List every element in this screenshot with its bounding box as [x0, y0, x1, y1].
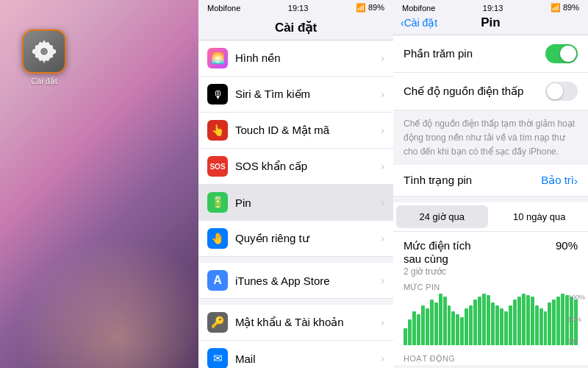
- battery-note-text: Chế độ nguồn điện thấp tạm thời giảm hoạ…: [404, 118, 575, 157]
- chart-y-labels: 100% 50% 0%: [568, 294, 585, 345]
- settings-panel: Mobifone 19:13 📶 89% Cài đặt 🌅 Hình nền …: [198, 0, 393, 368]
- tab-24gio[interactable]: 24 giờ qua: [396, 205, 488, 228]
- chart-bar: [434, 302, 438, 345]
- hinh-nen-label: Hình nền: [235, 52, 381, 65]
- itunes-icon: A: [207, 270, 228, 291]
- settings-item-pin[interactable]: 🔋 Pin ›: [198, 185, 393, 221]
- battery-note-row: Chế độ nguồn điện thấp tạm thời giảm hoạ…: [393, 110, 588, 165]
- settings-item-sos[interactable]: SOS SOS khẩn cấp ›: [198, 149, 393, 185]
- muc-dien-percent: 90%: [556, 239, 578, 252]
- settings-panel-header: Cài đặt: [198, 13, 393, 40]
- chart-bar: [531, 297, 534, 345]
- chart-bar: [500, 308, 503, 346]
- settings-item-touch-id[interactable]: 👆 Touch ID & Mật mã ›: [198, 113, 393, 149]
- settings-app[interactable]: Cài đặt: [15, 29, 74, 86]
- sos-label: SOS khẩn cấp: [235, 160, 381, 173]
- chart-bar: [465, 308, 468, 346]
- mail-chevron: ›: [381, 353, 384, 364]
- chart-bar: [473, 300, 477, 345]
- chart-bar: [456, 314, 459, 346]
- settings-item-itunes[interactable]: A iTunes & App Store ›: [198, 263, 393, 299]
- hinh-nen-chevron: ›: [381, 52, 384, 64]
- time-right: 19:13: [483, 4, 503, 13]
- chart-bar: [513, 300, 517, 345]
- chart-bar: [535, 305, 539, 345]
- quyen-rieng-icon: 🤚: [207, 228, 228, 249]
- mail-label: Mail: [235, 353, 381, 365]
- settings-item-mat-khau[interactable]: 🔑 Mật khẩu & Tài khoản ›: [198, 305, 393, 341]
- mat-khau-icon: 🔑: [207, 312, 228, 333]
- chart-bar: [439, 294, 442, 345]
- chart-bar: [482, 294, 486, 345]
- chart-bar: [478, 297, 481, 345]
- chart-bar: [421, 305, 425, 345]
- settings-item-mail[interactable]: ✉ Mail ›: [198, 341, 393, 368]
- chart-bar: [556, 297, 560, 345]
- quyen-rieng-chevron: ›: [381, 233, 384, 244]
- chart-bar: [408, 319, 412, 345]
- hinh-nen-icon: 🌅: [207, 48, 228, 68]
- tinh-trang-pin-row[interactable]: Tình trạng pin Bảo trì ›: [393, 165, 588, 197]
- carrier-middle: Mobifone: [207, 4, 240, 13]
- settings-list: 🌅 Hình nền › 🎙 Siri & Tìm kiếm › 👆 Touch…: [198, 40, 393, 368]
- phan-tram-pin-toggle[interactable]: [545, 44, 578, 63]
- chart-bar: [491, 302, 495, 345]
- home-screen: Cài đặt: [0, 0, 198, 368]
- chart-bar: [495, 305, 499, 345]
- che-do-nguon-row: Chế độ nguồn điện thấp: [393, 73, 588, 110]
- phan-tram-pin-row: Phần trăm pin: [393, 35, 588, 73]
- battery-middle: 📶 89%: [356, 3, 384, 13]
- section-gap-2: [198, 299, 393, 305]
- status-bar-middle: Mobifone 19:13 📶 89%: [198, 0, 393, 13]
- chart-bar: [426, 308, 429, 346]
- mail-icon: ✉: [207, 348, 228, 368]
- chart-bar: [561, 294, 564, 345]
- quyen-rieng-label: Quyền riêng tư: [235, 232, 381, 245]
- che-do-nguon-toggle[interactable]: [545, 82, 578, 101]
- phan-tram-pin-label: Phần trăm pin: [404, 47, 473, 60]
- status-bar-right: Mobifone 19:13 📶 89%: [393, 0, 588, 13]
- chart-bar: [522, 294, 526, 345]
- chart-bar: [552, 300, 556, 345]
- pin-chevron: ›: [381, 197, 384, 208]
- chart-bar: [460, 317, 464, 346]
- svg-point-1: [40, 48, 48, 55]
- settings-item-hinh-nen[interactable]: 🌅 Hình nền ›: [198, 40, 393, 77]
- chart-bar: [544, 311, 548, 346]
- battery-chart: 100% 50% 0%: [393, 294, 588, 353]
- muc-pin-label: MỨC PIN: [393, 280, 588, 294]
- settings-panel-title: Cài đặt: [275, 21, 317, 35]
- itunes-label: iTunes & App Store: [235, 275, 381, 287]
- chart-bar: [517, 297, 521, 345]
- chart-bar: [509, 305, 512, 345]
- tab-10ngay[interactable]: 10 ngày qua: [494, 205, 586, 228]
- pin-icon: 🔋: [207, 192, 228, 213]
- chart-bar: [539, 308, 543, 346]
- muc-dien-row: Mức điện tíchsau cùng 90% 2 giờ trước: [393, 232, 588, 280]
- back-button[interactable]: ‹ Cài đặt: [401, 17, 437, 29]
- touch-id-label: Touch ID & Mật mã: [235, 124, 381, 137]
- chart-bar: [448, 305, 451, 345]
- pin-label: Pin: [235, 197, 381, 209]
- chart-bars: [404, 294, 578, 345]
- chart-bar: [451, 311, 455, 346]
- chart-bar: [548, 302, 551, 345]
- muc-dien-sub: 2 giờ trước: [404, 266, 578, 277]
- chart-bar: [526, 295, 530, 345]
- settings-item-quyen-rieng[interactable]: 🤚 Quyền riêng tư ›: [198, 221, 393, 257]
- chart-bar: [430, 300, 434, 345]
- siri-icon: 🎙: [207, 84, 228, 105]
- sos-chevron: ›: [381, 160, 384, 172]
- itunes-chevron: ›: [381, 275, 384, 286]
- tinh-trang-pin-label: Tình trạng pin: [404, 174, 472, 187]
- settings-item-siri[interactable]: 🎙 Siri & Tìm kiếm ›: [198, 77, 393, 113]
- muc-dien-title: Mức điện tíchsau cùng: [404, 239, 471, 265]
- chart-bar: [417, 314, 420, 346]
- bao-tri-link[interactable]: Bảo trì ›: [541, 174, 578, 187]
- settings-icon: [22, 29, 66, 74]
- bao-tri-chevron: ›: [574, 174, 578, 187]
- siri-chevron: ›: [381, 88, 384, 100]
- hoat-dong-label: HOẠT ĐỘNG: [393, 353, 588, 365]
- battery-right: 📶 89%: [551, 3, 579, 13]
- bao-tri-label: Bảo trì: [541, 174, 574, 187]
